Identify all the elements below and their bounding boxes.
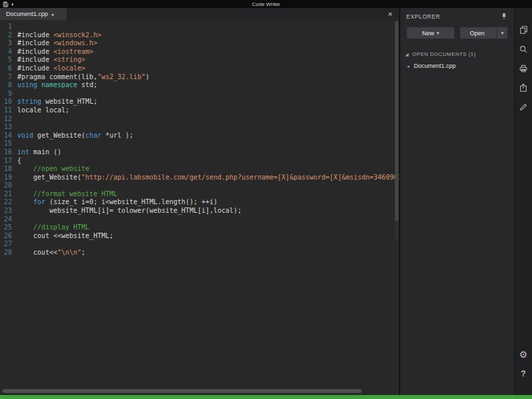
line-number: 17: [0, 157, 17, 166]
code-line: 16int main (): [0, 148, 399, 157]
document-item-label: Document1.cpp: [414, 63, 456, 69]
explorer-buttons: New ▾ Open ▾: [400, 24, 514, 42]
code-text: void get_Website(char *url );: [17, 132, 134, 140]
open-documents-list: ●Document1.cpp: [400, 60, 514, 72]
line-number: 10: [0, 98, 17, 106]
copy-documents-icon[interactable]: [519, 25, 528, 35]
code-line: 21 //format website HTML: [0, 190, 399, 199]
open-document-item[interactable]: ●Document1.cpp: [400, 60, 514, 72]
line-number: 14: [0, 132, 17, 140]
code-text: for (size_t i=0; i<website_HTML.length()…: [17, 198, 217, 207]
toolbar-chevron-down-icon[interactable]: ▾: [11, 2, 14, 7]
new-button[interactable]: New ▾: [406, 27, 455, 39]
pin-icon[interactable]: [500, 13, 508, 21]
code-text: #pragma comment(lib,"ws2_32.lib"): [17, 73, 150, 82]
status-bar: [0, 395, 532, 399]
line-number: 15: [0, 140, 17, 148]
code-line: 4#include <iostream>: [0, 48, 399, 57]
code-line: 18 //open website: [0, 165, 399, 174]
code-text: #include <iostream>: [17, 48, 93, 57]
open-button-label[interactable]: Open: [460, 27, 494, 39]
code-editor[interactable]: 12#include <winsock2.h>3#include <window…: [0, 20, 399, 387]
line-number: 19: [0, 174, 17, 182]
tab-bar: Document1.cpp ● ×: [0, 8, 399, 20]
code-text: //display HTML: [17, 223, 89, 232]
titlebar: ▾ Code Writer: [0, 0, 532, 8]
code-text: #include <locale>: [17, 65, 85, 73]
code-line: 5#include <string>: [0, 56, 399, 65]
code-text: get_Website("http://api.labsmobile.com/g…: [17, 174, 399, 182]
explorer-header: EXPLORER: [400, 8, 514, 24]
code-line: 9: [0, 90, 399, 98]
code-text: string website_HTML;: [17, 98, 97, 106]
line-number: 4: [0, 48, 17, 57]
horizontal-scrollbar-thumb[interactable]: [3, 389, 362, 393]
line-number: 24: [0, 215, 17, 224]
code-line: 12: [0, 115, 399, 124]
quick-access-toolbar: ▾: [0, 1, 14, 7]
code-line: 7#pragma comment(lib,"ws2_32.lib"): [0, 73, 399, 82]
code-text: {: [17, 157, 21, 166]
line-number: 8: [0, 81, 17, 90]
code-text: //open website: [17, 165, 89, 174]
main-area: Document1.cpp ● × 12#include <winsock2.h…: [0, 8, 532, 395]
print-icon[interactable]: [519, 64, 528, 73]
line-number: 16: [0, 148, 17, 157]
code-text: #include <winsock2.h>: [17, 31, 101, 40]
code-line: 14void get_Website(char *url );: [0, 132, 399, 140]
collapse-triangle-icon: ◢: [405, 52, 409, 57]
section-title: OPEN DOCUMENTS (1): [412, 51, 476, 57]
line-number: 9: [0, 90, 17, 98]
code-text: int main (): [17, 148, 61, 157]
code-text: #include <string>: [17, 56, 85, 65]
code-line: 15: [0, 140, 399, 148]
line-number: 20: [0, 182, 17, 190]
line-number: 28: [0, 249, 17, 257]
code-line: 3#include <windows.h>: [0, 39, 399, 48]
code-line: 27: [0, 240, 399, 249]
open-dropdown-caret-icon[interactable]: ▾: [497, 27, 507, 39]
line-number: 27: [0, 240, 17, 249]
edit-pencil-icon[interactable]: [519, 102, 528, 112]
code-line: 22 for (size_t i=0; i<website_HTML.lengt…: [0, 198, 399, 207]
open-button[interactable]: Open ▾: [460, 27, 508, 39]
line-number: 13: [0, 123, 17, 132]
side-icon-strip: ⚙ ?: [514, 8, 532, 395]
settings-gear-icon[interactable]: ⚙: [519, 350, 528, 359]
vertical-scrollbar[interactable]: [395, 21, 398, 241]
code-line: 26 cout <<website_HTML;: [0, 232, 399, 241]
line-number: 6: [0, 65, 17, 73]
code-line: 10string website_HTML;: [0, 98, 399, 106]
code-line: 2#include <winsock2.h>: [0, 31, 399, 40]
code-line: 17{: [0, 157, 399, 166]
code-line: 23 website_HTML[i]= tolower(website_HTML…: [0, 207, 399, 215]
code-line: 20: [0, 182, 399, 190]
code-line: 24: [0, 215, 399, 224]
line-number: 1: [0, 23, 17, 31]
search-icon[interactable]: [519, 45, 528, 54]
app-window: ▾ Code Writer Document1.cpp ● × 12#inclu…: [0, 0, 532, 399]
save-icon[interactable]: [3, 1, 9, 7]
help-icon[interactable]: ?: [521, 369, 525, 378]
new-dropdown-caret-icon[interactable]: ▾: [437, 31, 440, 36]
new-button-label: New: [422, 30, 434, 37]
code-line: 19 get_Website("http://api.labsmobile.co…: [0, 174, 399, 182]
tab-label: Document1.cpp: [6, 11, 48, 17]
line-number: 11: [0, 106, 17, 115]
code-text: using namespace std;: [17, 81, 97, 90]
code-line: 28 cout<<"\n\n";: [0, 249, 399, 257]
horizontal-scrollbar[interactable]: [0, 387, 399, 395]
code-text: website_HTML[i]= tolower(website_HTML[i]…: [17, 207, 241, 215]
line-number: 23: [0, 207, 17, 215]
close-document-icon[interactable]: ×: [388, 11, 392, 18]
code-text: cout<<"\n\n";: [17, 249, 85, 257]
vertical-scrollbar-thumb[interactable]: [395, 21, 398, 221]
tab-document1[interactable]: Document1.cpp ●: [0, 8, 66, 20]
code-text: locale local;: [17, 106, 69, 115]
code-line: 25 //display HTML: [0, 223, 399, 232]
line-number: 2: [0, 31, 17, 40]
explorer-title: EXPLORER: [406, 13, 440, 20]
open-documents-section-header[interactable]: ◢ OPEN DOCUMENTS (1): [400, 42, 514, 60]
share-icon[interactable]: [519, 83, 528, 92]
code-line: 13: [0, 123, 399, 132]
